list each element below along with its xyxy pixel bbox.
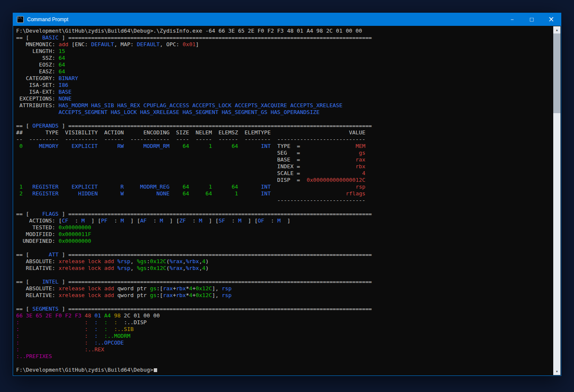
- terminal-window: C:\_ Command Prompt ─ □ × F:\Development…: [13, 13, 561, 376]
- scroll-down-button[interactable]: ▼: [553, 368, 560, 375]
- window-title: Command Prompt: [27, 17, 68, 22]
- minimize-icon: ─: [511, 17, 513, 22]
- titlebar-left: C:\_ Command Prompt: [13, 13, 68, 26]
- down-arrow-icon: ▼: [556, 370, 557, 373]
- scrollbar[interactable]: ▲ ▼: [553, 26, 560, 375]
- titlebar[interactable]: C:\_ Command Prompt ─ □ ×: [13, 13, 561, 26]
- console-area[interactable]: F:\Development\GitHub\zydis\Build64\Debu…: [14, 26, 560, 375]
- maximize-button[interactable]: □: [522, 13, 541, 26]
- caption-buttons: ─ □ ×: [502, 13, 561, 26]
- terminal-text: F:\Development\GitHub\zydis\Build64\Debu…: [14, 26, 560, 373]
- close-button[interactable]: ×: [541, 13, 561, 26]
- maximize-icon: □: [530, 17, 534, 22]
- scrollbar-thumb[interactable]: [553, 33, 560, 113]
- cmd-icon: C:\_: [17, 16, 24, 23]
- close-icon: ×: [548, 15, 554, 23]
- minimize-button[interactable]: ─: [502, 13, 522, 26]
- scroll-up-button[interactable]: ▲: [553, 26, 560, 33]
- up-arrow-icon: ▲: [556, 28, 557, 32]
